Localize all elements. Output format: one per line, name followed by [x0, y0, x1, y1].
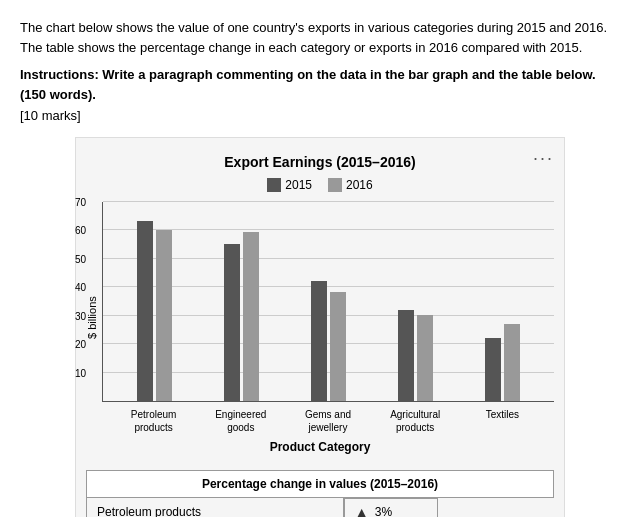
table-header: Percentage change in values (2015–2016) — [87, 471, 554, 498]
table-row-0: Petroleum products▲3% — [87, 498, 554, 518]
x-label-3: Agricultural products — [385, 408, 445, 434]
more-options-icon[interactable]: ··· — [533, 148, 554, 169]
bar-2015-0 — [137, 221, 153, 401]
arrow-up-icon: ▲ — [355, 504, 369, 517]
percent-value-0: 3% — [375, 505, 392, 517]
bar-2015-1 — [224, 244, 240, 401]
bar-2015-2 — [311, 281, 327, 401]
y-tick-label: 10 — [75, 367, 86, 378]
x-label-0: Petroleum products — [124, 408, 184, 434]
marks-text: [10 marks] — [20, 108, 620, 123]
table-value-0: ▲3% — [344, 498, 438, 517]
legend-label-2016: 2016 — [346, 178, 373, 192]
y-tick-label: 40 — [75, 282, 86, 293]
bar-group-0 — [137, 221, 172, 401]
bar-2015-3 — [398, 310, 414, 401]
x-label-1: Engineered goods — [211, 408, 271, 434]
chart-area: ··· Export Earnings (2015–2016) 2015 201… — [75, 137, 565, 517]
instructions-text: Instructions: Write a paragraph commenti… — [20, 65, 620, 104]
legend-item-2016: 2016 — [328, 178, 373, 192]
bars-container — [103, 201, 554, 401]
chart-inner: 10203040506070 Petroleum productsEnginee… — [102, 202, 554, 434]
chart-legend: 2015 2016 — [86, 178, 554, 192]
legend-item-2015: 2015 — [267, 178, 312, 192]
bar-2016-3 — [417, 315, 433, 401]
bar-2016-1 — [243, 232, 259, 401]
bar-group-3 — [398, 310, 433, 401]
bar-2016-0 — [156, 230, 172, 401]
bar-2016-2 — [330, 292, 346, 401]
x-label-2: Gems and jewellery — [298, 408, 358, 434]
y-tick-label: 60 — [75, 225, 86, 236]
y-tick-label: 30 — [75, 310, 86, 321]
y-tick-label: 20 — [75, 339, 86, 350]
y-tick-label: 50 — [75, 253, 86, 264]
chart-grid: 10203040506070 — [102, 202, 554, 402]
y-tick-label: 70 — [75, 197, 86, 208]
chart-title: Export Earnings (2015–2016) — [86, 154, 554, 170]
bar-2015-4 — [485, 338, 501, 401]
data-table: Percentage change in values (2015–2016) … — [86, 470, 554, 517]
bar-2016-4 — [504, 324, 520, 401]
chart-container: $ billions 10203040506070 Petroleum prod… — [86, 202, 554, 434]
x-labels: Petroleum productsEngineered goodsGems a… — [102, 408, 554, 434]
y-axis-label: $ billions — [86, 202, 98, 434]
bar-group-1 — [224, 232, 259, 401]
x-axis-title: Product Category — [86, 440, 554, 454]
x-label-4: Textiles — [472, 408, 532, 434]
bar-group-4 — [485, 324, 520, 401]
table-category-0: Petroleum products — [87, 498, 344, 518]
bar-group-2 — [311, 281, 346, 401]
intro-text: The chart below shows the value of one c… — [20, 18, 620, 57]
legend-label-2015: 2015 — [285, 178, 312, 192]
table-section: Percentage change in values (2015–2016) … — [86, 470, 554, 517]
